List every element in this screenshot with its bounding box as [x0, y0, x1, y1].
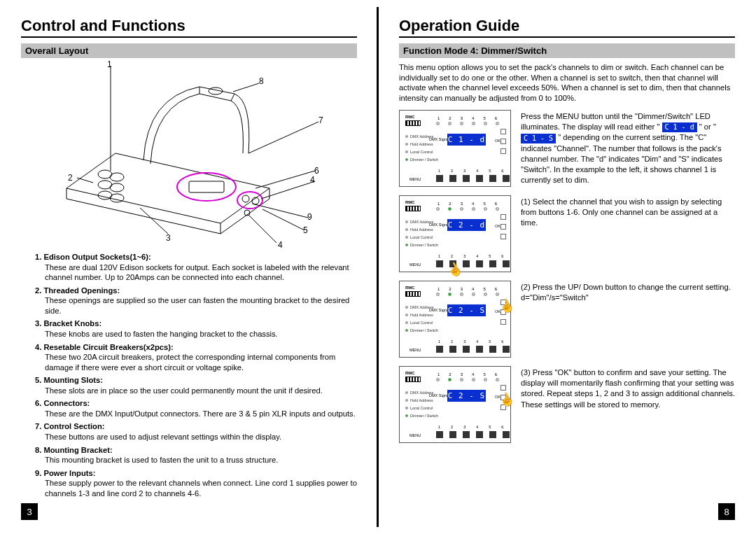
channel-led [472, 293, 475, 296]
channel-num-bottom: 6 [501, 339, 503, 344]
channel-led [496, 378, 499, 381]
channel-button [436, 175, 443, 182]
channel-led [472, 122, 475, 125]
channel-num: 5 [483, 372, 485, 377]
up-button [500, 129, 506, 134]
feature-desc: These supply power to the relevant chann… [45, 478, 357, 498]
side-label: Dimmer / Switch [410, 243, 438, 247]
brand-logo [405, 377, 421, 382]
step-text: Press the MENU button until the "Dimmer/… [521, 110, 735, 185]
channel-led [448, 122, 451, 125]
step-row: RMC123456DMX AddressHold AddressLocal Co… [399, 195, 735, 272]
channel-led [448, 293, 451, 296]
bottom-num-row: 123456 [438, 339, 503, 344]
channel-led [484, 293, 487, 296]
channel-led [496, 293, 499, 296]
feature-desc: These buttons are used to adjust relevan… [45, 432, 357, 442]
callout-8: 8 [259, 76, 264, 86]
side-label: Hold Address [410, 398, 433, 402]
step-row: RMC123456DMX AddressHold AddressLocal Co… [399, 366, 735, 443]
feature-desc: This mounting bracket is used to fasten … [45, 455, 357, 465]
channel-led [496, 207, 499, 211]
down-button [500, 148, 506, 154]
channel-led [436, 378, 440, 381]
steps-container: RMC123456DMX AddressHold AddressLocal Co… [399, 110, 735, 443]
channel-num: 4 [472, 116, 474, 120]
channel-button [489, 431, 496, 438]
channel-button [476, 260, 483, 267]
feature-label: 2. Threaded Openings: [35, 286, 120, 295]
feature-desc: These are dual 120V Edison sockets for o… [45, 262, 357, 283]
step-row: RMC123456DMX AddressHold AddressLocal Co… [399, 110, 735, 187]
callout-6: 6 [314, 166, 319, 176]
channel-num: 3 [461, 116, 463, 120]
channel-num: 1 [438, 372, 440, 377]
page-title-right: Operation Guide [399, 17, 735, 38]
channel-led [460, 122, 463, 125]
brand-label: RMC [405, 115, 415, 119]
side-label: Local Control [410, 406, 433, 410]
channel-num-bottom: 5 [489, 425, 491, 429]
device-diagram: 1 2 3 4 4 5 6 7 8 9 [38, 62, 340, 248]
svg-point-7 [177, 173, 236, 201]
channel-led [460, 207, 463, 211]
bottom-button-row [436, 175, 510, 182]
callout-5: 5 [303, 225, 308, 235]
svg-line-22 [252, 204, 308, 218]
side-label: Local Control [410, 235, 433, 239]
device-illustration [38, 62, 340, 248]
channel-num: 1 [438, 116, 440, 120]
channel-led [436, 207, 440, 211]
brand-logo [405, 120, 421, 126]
callout-2: 2 [68, 173, 73, 183]
channel-num-bottom: 3 [463, 425, 465, 429]
display-chip: C 1 - S [521, 134, 556, 143]
channel-button [449, 175, 456, 182]
bottom-button-row [436, 431, 510, 438]
ok-label: OK [495, 224, 500, 228]
feature-desc: These slots are in place so the user cou… [45, 386, 357, 396]
callout-4b: 4 [310, 175, 315, 185]
channel-led [448, 378, 451, 381]
feature-desc: These are the DMX Input/Output connector… [45, 409, 357, 419]
feature-label: 5. Mounting Slots: [35, 376, 103, 384]
page-left: Control and Functions Overall Layout [0, 0, 378, 534]
channel-button [503, 431, 510, 438]
ok-label: OK [495, 139, 500, 143]
feature-label: 1. Edison Output Sockets(1~6): [35, 253, 151, 261]
channel-num: 6 [495, 372, 497, 377]
menu-label: MENU [410, 177, 421, 181]
feature-item: 4. Resetable Circuit Breakers(x2pcs):The… [35, 342, 357, 373]
channel-button [463, 431, 470, 438]
channel-led [436, 293, 440, 296]
channel-num-bottom: 1 [438, 254, 440, 258]
side-label: Local Control [410, 321, 433, 325]
channel-button [436, 431, 443, 438]
channel-num: 6 [495, 116, 497, 120]
feature-item: 6. Connectors:These are the DMX Input/Ou… [35, 398, 357, 419]
channel-num-bottom: 4 [476, 254, 478, 258]
step-text: (3) Press "OK" button to confirm and sav… [521, 366, 735, 409]
feature-desc: These knobs are used to fasten the hangi… [45, 329, 357, 339]
channel-num-bottom: 3 [463, 339, 465, 344]
side-label: Dimmer / Switch [410, 328, 438, 332]
channel-button [476, 175, 483, 182]
channel-num-bottom: 5 [489, 169, 491, 173]
brand-label: RMC [405, 286, 415, 290]
step-row: RMC123456DMX AddressHold AddressLocal Co… [399, 281, 735, 358]
channel-button [476, 346, 483, 353]
callout-3: 3 [166, 233, 171, 243]
channel-num-bottom: 5 [489, 254, 491, 258]
channel-button [489, 346, 496, 353]
channel-num: 6 [495, 287, 497, 291]
brand-logo [405, 206, 421, 211]
channel-button [503, 260, 510, 267]
channel-num-bottom: 4 [476, 339, 478, 344]
brand-label: RMC [405, 200, 415, 204]
feature-label: 8. Mounting Bracket: [35, 446, 113, 454]
feature-desc: These openings are supplied so the user … [45, 295, 357, 316]
channel-num-bottom: 3 [463, 169, 465, 173]
menu-label: MENU [410, 433, 421, 437]
channel-num-bottom: 4 [476, 425, 478, 429]
feature-item: 5. Mounting Slots:These slots are in pla… [35, 375, 357, 395]
